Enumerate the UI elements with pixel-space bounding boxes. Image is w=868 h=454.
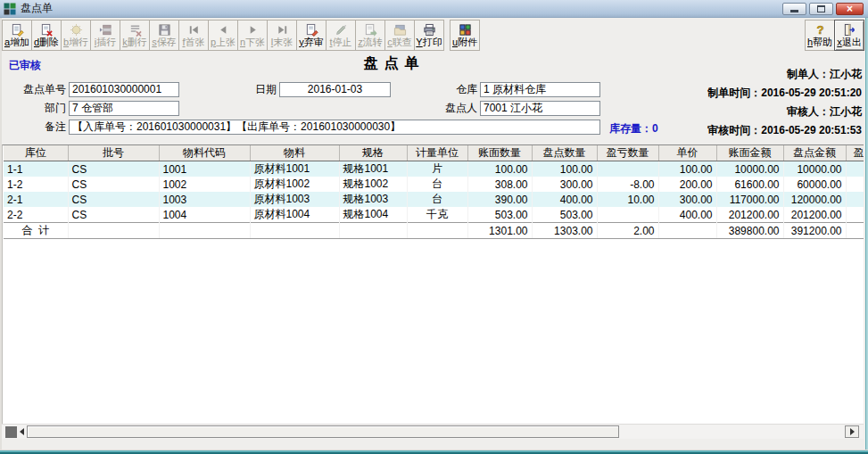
table-cell[interactable]: 1001: [159, 161, 250, 177]
total-cell: [846, 223, 864, 239]
table-cell[interactable]: 片: [407, 161, 467, 177]
caption-buttons: [782, 3, 864, 15]
toolbar-button-label: b增行: [63, 37, 88, 48]
counter-input[interactable]: 7001 江小花: [480, 101, 600, 116]
table-cell[interactable]: 10000.00: [716, 161, 783, 177]
toolbar-button-save: s保存: [149, 20, 179, 51]
column-header[interactable]: 账面数量: [467, 145, 532, 161]
first-record-icon: [187, 23, 201, 37]
table-cell[interactable]: [597, 161, 658, 177]
table-cell[interactable]: 100.00: [658, 161, 716, 177]
table-cell[interactable]: 原材料1002: [250, 177, 339, 192]
table-cell[interactable]: 400.00: [532, 192, 597, 207]
warehouse-input[interactable]: 1 原材料仓库: [480, 82, 600, 97]
table-cell[interactable]: 201200.00: [783, 207, 846, 223]
close-button[interactable]: [836, 3, 864, 15]
table-cell[interactable]: 390.00: [467, 192, 532, 207]
link-query-icon: [393, 23, 407, 37]
table-cell[interactable]: 2-1: [4, 192, 68, 207]
table-cell[interactable]: [846, 207, 864, 223]
table-cell[interactable]: CS: [68, 177, 159, 192]
total-cell: 391200.00: [783, 223, 846, 239]
table-cell[interactable]: 60000.00: [783, 177, 846, 192]
toolbar-button-help[interactable]: ?h帮助: [805, 20, 835, 51]
table-cell[interactable]: [846, 192, 864, 207]
department-input[interactable]: 7 仓管部: [69, 101, 179, 116]
table-cell[interactable]: 原材料1004: [250, 207, 339, 223]
toolbar-button-delete[interactable]: d删除: [31, 20, 62, 51]
table-cell[interactable]: -8.00: [597, 177, 658, 192]
table-cell[interactable]: 规格1002: [339, 177, 407, 192]
scroll-left-icon[interactable]: [20, 428, 24, 435]
toolbar-button-exit[interactable]: x退出: [834, 20, 864, 51]
column-header[interactable]: 盈亏金额: [846, 145, 864, 161]
table-cell[interactable]: 100.00: [532, 161, 597, 177]
date-label: 日期: [211, 82, 277, 97]
table-cell[interactable]: 原材料1001: [250, 161, 339, 177]
column-header[interactable]: 物料代码: [159, 145, 250, 161]
table-cell[interactable]: 10000.00: [783, 161, 846, 177]
table-cell[interactable]: 1002: [159, 177, 250, 192]
column-header[interactable]: 规格: [339, 145, 407, 161]
column-header[interactable]: 盈亏数量: [597, 145, 658, 161]
table-cell[interactable]: 1004: [159, 207, 250, 223]
scroll-right-button[interactable]: [845, 425, 859, 438]
toolbar-button-add[interactable]: a增加: [2, 20, 32, 51]
scroll-right-icon: [850, 428, 855, 435]
table-cell[interactable]: [597, 207, 658, 223]
table-cell[interactable]: 61600.00: [716, 177, 783, 192]
remark-input[interactable]: 【入库单号：201601030000031】【出库单号：201601030000…: [69, 120, 600, 135]
table-cell[interactable]: 201200.00: [716, 207, 783, 223]
table-cell[interactable]: [846, 177, 864, 192]
table-cell[interactable]: [846, 161, 864, 177]
toolbar-button-print[interactable]: Y打印: [414, 20, 444, 51]
bill-no-input[interactable]: 201601030000001: [69, 82, 179, 97]
scrollbar-thumb[interactable]: [27, 425, 619, 438]
column-header[interactable]: 账面金额: [716, 145, 783, 161]
toolbar: a增加d删除b增行i插行k删行s保存f首张p上张n下张l末张y弃审t停止z流转c…: [0, 18, 868, 52]
table-cell[interactable]: 千克: [407, 207, 467, 223]
table-cell[interactable]: 503.00: [532, 207, 597, 223]
toolbar-button-prev-record: p上张: [208, 20, 238, 51]
column-header[interactable]: 物料: [250, 145, 339, 161]
table-cell[interactable]: CS: [68, 207, 159, 223]
table-cell[interactable]: 120000.00: [783, 192, 846, 207]
toolbar-button-attachment[interactable]: u附件: [450, 20, 480, 51]
column-header[interactable]: 盘点数量: [532, 145, 597, 161]
table-cell[interactable]: 1-2: [4, 177, 68, 192]
table-cell[interactable]: 117000.00: [716, 192, 783, 207]
total-row: 合 计1301.001303.002.00389800.00391200.00: [4, 223, 864, 239]
column-header[interactable]: 库位: [4, 145, 68, 161]
table-cell[interactable]: 200.00: [658, 177, 716, 192]
column-header[interactable]: 批号: [68, 145, 159, 161]
doc-delete-icon: [40, 23, 54, 37]
date-input[interactable]: 2016-01-03: [279, 82, 391, 97]
toolbar-button-add-row: b增行: [61, 20, 91, 51]
table-cell[interactable]: 台: [407, 192, 467, 207]
column-header[interactable]: 计量单位: [407, 145, 467, 161]
toolbar-button-unapprove[interactable]: y弃审: [296, 20, 327, 51]
horizontal-scrollbar[interactable]: [2, 424, 864, 439]
table-cell[interactable]: 308.00: [467, 177, 532, 192]
table-cell[interactable]: 台: [407, 177, 467, 192]
table-cell[interactable]: 规格1003: [339, 192, 407, 207]
maximize-button[interactable]: [809, 3, 833, 15]
table-cell[interactable]: 规格1004: [339, 207, 407, 223]
table-cell[interactable]: 400.00: [658, 207, 716, 223]
table-cell[interactable]: 1-1: [4, 161, 68, 177]
minimize-button[interactable]: [782, 3, 806, 15]
toolbar-button-label: Y打印: [416, 37, 442, 48]
table-cell[interactable]: CS: [68, 161, 159, 177]
column-header[interactable]: 盘点金额: [783, 145, 846, 161]
table-cell[interactable]: 300.00: [658, 192, 716, 207]
table-cell[interactable]: CS: [68, 192, 159, 207]
table-cell[interactable]: 10.00: [597, 192, 658, 207]
table-cell[interactable]: 2-2: [4, 207, 68, 223]
table-cell[interactable]: 1003: [159, 192, 250, 207]
column-header[interactable]: 单价: [658, 145, 716, 161]
table-cell[interactable]: 原材料1003: [250, 192, 339, 207]
table-cell[interactable]: 300.00: [532, 177, 597, 192]
table-cell[interactable]: 100.00: [467, 161, 532, 177]
table-cell[interactable]: 503.00: [467, 207, 532, 223]
table-cell[interactable]: 规格1001: [339, 161, 407, 177]
